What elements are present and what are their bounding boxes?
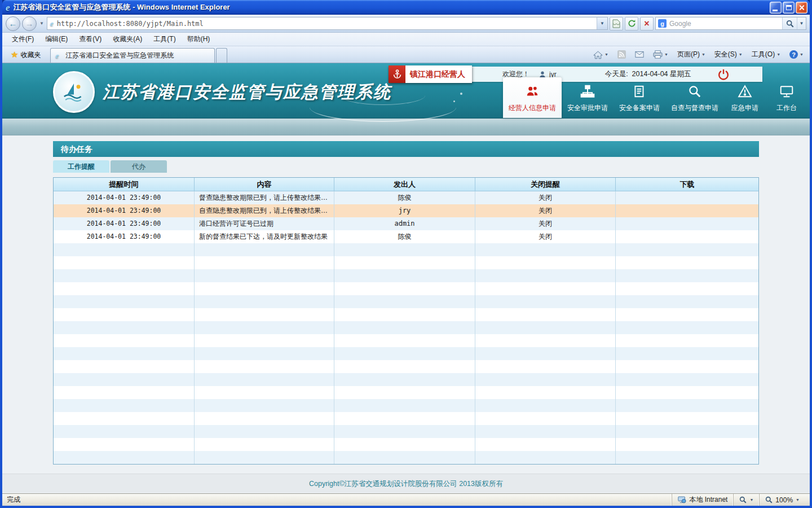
table-cell-empty [475,412,616,425]
zoom-dropdown-icon: ▼ [749,498,753,502]
menu-view[interactable]: 查看(V) [74,33,107,46]
table-cell-empty [195,373,334,386]
minimize-button[interactable] [770,2,782,14]
history-dropdown[interactable]: ▼ [38,21,45,26]
mail-button[interactable] [631,48,648,62]
url-text[interactable]: http://localhost:8080/yjpt/Main.html [57,20,597,28]
close-reminder-link[interactable]: 关闭 [475,191,616,204]
table-cell-empty [334,282,475,295]
table-row-empty [54,243,758,256]
table-cell-empty [195,282,334,295]
nav-safety-filing[interactable]: 安全备案申请 [614,80,665,118]
table-empty-rows [54,243,758,464]
search-dropdown[interactable]: ▼ [797,17,806,29]
menu-tools[interactable]: 工具(T) [148,33,180,46]
table-cell-empty [475,269,616,282]
security-zone: 本地 Intranet [672,494,733,506]
table-cell-empty [195,334,334,347]
page-menu-button[interactable]: 页面(P) ▼ [673,48,709,62]
new-tab-stub[interactable] [216,48,227,63]
menu-favorites[interactable]: 收藏夹(A) [108,33,147,46]
nav-inspection[interactable]: 自查与督查申请 [665,80,724,118]
table-cell-empty [54,412,195,425]
panel-tabs: 工作提醒 代办 [53,160,759,173]
maximize-button[interactable] [783,2,795,14]
page-ie-icon: e [50,20,54,27]
site-header: 江苏省港口安全监管与应急管理系统 镇江港口经营人 欢迎您！ jyr 今天是: 2… [2,63,810,119]
zoom-menu-button[interactable]: ▼ [733,494,759,506]
table-cell-empty [54,308,195,321]
address-field[interactable]: e http://localhost:8080/yjpt/Main.html ▼ [47,17,608,30]
printer-icon [653,50,663,59]
nav-operator-info[interactable]: 经营人信息申请 [503,77,562,118]
nav-label: 安全审批申请 [567,103,608,113]
table-row-empty [54,282,758,295]
forward-button[interactable]: → [22,16,37,31]
home-button[interactable]: ▼ [589,48,612,62]
menu-edit[interactable]: 编辑(E) [40,33,73,46]
close-reminder-link[interactable]: 关闭 [475,230,616,243]
safety-menu-label: 安全(S) [714,50,737,59]
command-bar: ▼ ▼ 页面(P) ▼ 安全(S) ▼ 工具(O) ▼ [589,46,807,63]
search-input[interactable]: Google [669,20,782,28]
compatibility-icon [612,19,620,28]
window-title: 江苏省港口安全监管与应急管理系统 - Windows Internet Expl… [14,2,769,12]
table-cell-empty [195,347,334,360]
table-cell-empty [616,438,758,451]
menu-bar: 文件(F) 编辑(E) 查看(V) 收藏夹(A) 工具(T) 帮助(H) [2,33,810,46]
col-content: 内容 [195,178,334,191]
table-cell-empty [475,451,616,464]
cell-sender: admin [334,217,475,230]
close-button[interactable] [796,2,807,14]
search-box[interactable]: g Google ▼ [655,17,806,30]
nav-emergency[interactable]: 应急申请 [724,80,766,118]
tab-work-reminders[interactable]: 工作提醒 [53,160,109,173]
zoom-icon [739,496,747,503]
close-reminder-link[interactable]: 关闭 [475,204,616,217]
tools-menu-button[interactable]: 工具(O) ▼ [748,48,784,62]
table-cell-empty [54,399,195,412]
home-icon [593,50,603,59]
col-sender: 发出人 [334,178,475,191]
help-button[interactable]: ? ▼ [785,48,807,62]
zoom-level-button[interactable]: 100% ▼ [759,494,805,506]
table-cell-empty [475,334,616,347]
search-button[interactable] [782,17,797,29]
compatibility-view-button[interactable] [610,17,623,30]
sitemap-icon [580,84,595,100]
nav-safety-approval[interactable]: 安全审批申请 [562,80,614,118]
back-button[interactable]: ← [6,16,20,31]
safety-menu-button[interactable]: 安全(S) ▼ [710,48,747,62]
table-cell-empty [616,295,758,308]
refresh-button[interactable] [625,17,638,30]
zoom-level: 100% [775,496,793,504]
table-cell-empty [54,321,195,334]
tab-pending[interactable]: 代办 [111,160,167,173]
page-dropdown-icon: ▼ [701,52,705,56]
menu-file[interactable]: 文件(F) [7,33,39,46]
reminders-table: 提醒时间 内容 发出人 关闭提醒 下载 2014-04-01 23:49:00 … [53,177,759,465]
table-row-empty [54,425,758,438]
favorites-button[interactable]: ★ 收藏夹 [6,48,46,62]
table-cell-empty [334,451,475,464]
feeds-button[interactable] [614,48,630,62]
menu-help[interactable]: 帮助(H) [182,33,215,46]
table-row-empty [54,308,758,321]
print-dropdown-icon: ▼ [664,52,668,56]
browser-tab[interactable]: e 江苏省港口安全监管与应急管理系统 [50,48,215,63]
decorative-dot [453,100,455,102]
close-reminder-link[interactable]: 关闭 [475,217,616,230]
table-cell-empty [54,451,195,464]
close-icon [798,5,805,11]
address-dropdown[interactable]: ▼ [597,17,607,29]
nav-workbench[interactable]: 工作台 [766,80,807,118]
table-row-empty [54,373,758,386]
stop-button[interactable]: × [640,17,654,30]
table-cell-empty [616,308,758,321]
print-button[interactable]: ▼ [649,48,672,62]
table-cell-empty [195,438,334,451]
table-cell-empty [616,321,758,334]
table-cell-empty [195,256,334,269]
table-cell-empty [475,243,616,256]
mail-icon [635,51,644,58]
